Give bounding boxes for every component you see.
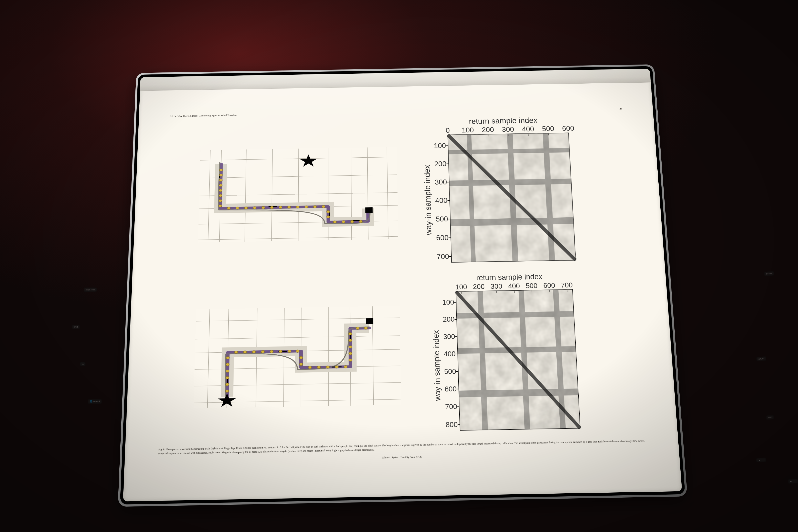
svg-point-29: [245, 207, 248, 209]
figure-9-heatmap-top: return sample index 0100200300400500600 …: [420, 113, 584, 270]
svg-text:600: 600: [562, 124, 574, 132]
svg-text:400: 400: [444, 349, 456, 358]
tablet-device: All the Way There & Back: Wayfinding App…: [118, 64, 687, 507]
svg-line-9: [271, 149, 272, 241]
svg-point-44: [359, 220, 362, 223]
paper-page[interactable]: All the Way There & Back: Wayfinding App…: [123, 82, 682, 501]
svg-point-23: [219, 189, 222, 192]
kbd-key: shift: [72, 325, 80, 329]
svg-point-24: [219, 194, 222, 196]
svg-point-125: [349, 332, 352, 335]
svg-point-21: [219, 179, 222, 182]
svg-point-103: [226, 369, 229, 373]
heatmap-ylabel: way-in sample index: [422, 165, 433, 235]
svg-point-32: [270, 206, 273, 209]
svg-point-114: [299, 356, 303, 359]
kbd-key: fn: [80, 362, 86, 366]
svg-text:500: 500: [444, 367, 456, 375]
figure-9-map-bottom: [194, 306, 401, 408]
svg-point-105: [226, 356, 229, 359]
svg-text:400: 400: [435, 196, 448, 204]
svg-text:0: 0: [446, 126, 450, 134]
svg-point-19: [220, 169, 223, 171]
svg-point-26: [218, 204, 222, 207]
tablet-screen[interactable]: All the Way There & Back: Wayfinding App…: [123, 69, 682, 501]
svg-text:500: 500: [542, 125, 554, 132]
svg-point-100: [226, 390, 229, 393]
svg-point-119: [335, 365, 339, 368]
svg-point-39: [327, 210, 330, 213]
svg-point-37: [314, 205, 317, 208]
kbd-key: return: [756, 356, 766, 361]
figure-9-heatmap-bottom: return sample index 10020030040050060070…: [423, 270, 594, 439]
svg-point-34: [287, 206, 291, 208]
svg-line-14: [387, 147, 388, 239]
svg-point-28: [236, 207, 239, 209]
svg-point-112: [288, 350, 291, 353]
svg-line-88: [208, 309, 210, 408]
svg-point-38: [322, 205, 325, 208]
svg-point-110: [270, 350, 273, 353]
kbd-key: delete: [764, 271, 775, 276]
svg-point-109: [261, 350, 265, 353]
endpoint-square-icon: [366, 318, 373, 324]
svg-point-113: [296, 350, 299, 353]
svg-text:800: 800: [445, 420, 458, 429]
svg-point-123: [349, 345, 352, 348]
svg-point-111: [279, 350, 282, 353]
svg-point-117: [317, 366, 321, 368]
svg-text:200: 200: [434, 159, 447, 168]
endpoint-square-icon: [365, 207, 373, 213]
svg-text:700: 700: [445, 402, 457, 411]
kbd-key: caps lock: [84, 287, 97, 292]
svg-point-25: [219, 199, 222, 202]
svg-text:400: 400: [522, 125, 534, 133]
svg-text:100: 100: [434, 141, 446, 150]
svg-point-127: [364, 327, 368, 329]
figure-9-map-top: [198, 147, 398, 242]
svg-point-36: [305, 206, 308, 208]
paper-running-title: All the Way There & Back: Wayfinding App…: [170, 113, 237, 117]
svg-point-41: [333, 221, 337, 223]
svg-point-104: [226, 363, 229, 366]
svg-text:100: 100: [442, 298, 454, 306]
svg-text:400: 400: [508, 282, 520, 290]
svg-point-102: [226, 376, 229, 379]
svg-point-27: [227, 207, 230, 209]
svg-point-40: [327, 215, 330, 218]
svg-line-10: [298, 149, 299, 241]
svg-line-93: [328, 307, 329, 406]
svg-point-30: [253, 206, 256, 209]
svg-text:700: 700: [437, 252, 449, 261]
svg-line-83: [195, 336, 400, 339]
tablet-bezel: All the Way There & Back: Wayfinding App…: [120, 66, 685, 505]
heatmap-xlabel: return sample index: [476, 272, 543, 282]
svg-text:300: 300: [502, 125, 514, 133]
svg-text:100: 100: [462, 126, 474, 134]
svg-point-116: [308, 366, 312, 369]
svg-point-121: [349, 359, 352, 361]
svg-point-120: [344, 365, 347, 368]
svg-point-118: [326, 366, 329, 368]
figure-9: return sample index 0100200300400500600 …: [193, 113, 611, 443]
svg-text:500: 500: [526, 281, 538, 289]
svg-point-20: [220, 174, 223, 176]
svg-text:500: 500: [436, 215, 448, 223]
tablet-camera-notch-icon: [394, 71, 397, 72]
svg-point-115: [299, 363, 303, 365]
kbd-arrow-right-icon: ▶: [788, 479, 798, 484]
svg-point-124: [349, 339, 352, 342]
svg-text:300: 300: [491, 282, 502, 290]
match-dots-icon: [218, 166, 362, 225]
svg-text:300: 300: [435, 178, 447, 186]
svg-text:200: 200: [443, 315, 455, 323]
svg-text:600: 600: [543, 281, 555, 289]
svg-line-91: [284, 308, 284, 407]
svg-point-43: [351, 220, 354, 223]
svg-point-22: [219, 184, 222, 187]
svg-point-126: [356, 327, 359, 329]
svg-text:300: 300: [443, 332, 455, 340]
svg-point-107: [243, 350, 247, 354]
svg-point-106: [234, 350, 238, 354]
svg-text:600: 600: [436, 233, 449, 242]
